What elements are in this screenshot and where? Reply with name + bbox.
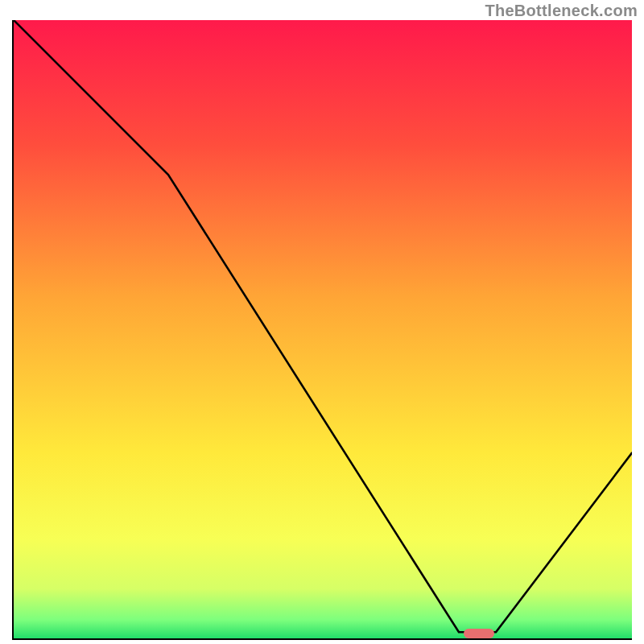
chart-area (12, 20, 632, 640)
chart-svg (14, 20, 632, 638)
watermark-text: TheBottleneck.com (485, 2, 638, 20)
optimum-marker (464, 629, 494, 638)
